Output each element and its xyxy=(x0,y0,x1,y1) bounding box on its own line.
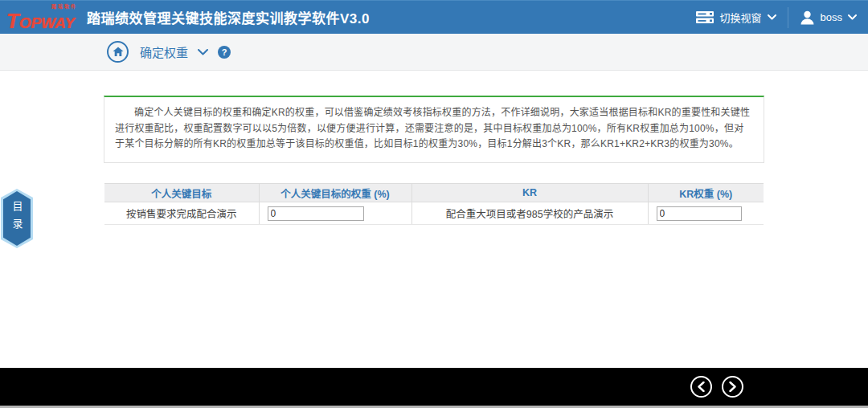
chevron-down-icon xyxy=(848,14,857,20)
app-window: 踏瑞软件 TOPWAY 踏瑞绩效管理关键技能深度实训教学软件V3.0 切换视窗 xyxy=(0,0,868,408)
table-row: 按销售要求完成配合演示 配合重大项目或者985学校的产品演示 xyxy=(104,202,764,225)
col-header-objective-weight: 个人关键目标的权重 (%) xyxy=(259,184,411,202)
current-page-label[interactable]: 确定权重 xyxy=(140,43,188,60)
table-header-row: 个人关键目标 个人关键目标的权重 (%) KR KR权重 (%) xyxy=(104,184,764,202)
instruction-text: 确定个人关键目标的权重和确定KR的权重，可以借鉴确定绩效考核指标权重的方法，不作… xyxy=(115,105,753,153)
toc-tab-body: 目录 xyxy=(3,191,31,246)
objective-weight-input[interactable] xyxy=(268,206,364,221)
previous-step-button[interactable] xyxy=(690,376,712,398)
app-title: 踏瑞绩效管理关键技能深度实训教学软件V3.0 xyxy=(87,7,370,27)
chevron-down-icon xyxy=(768,14,776,20)
username-label: boss xyxy=(821,11,842,23)
header-actions: 切换视窗 boss xyxy=(684,1,868,34)
user-icon xyxy=(800,10,815,25)
weight-table: 个人关键目标 个人关键目标的权重 (%) KR KR权重 (%) 按销售要求完成… xyxy=(104,183,764,225)
switch-window-menu[interactable]: 切换视窗 xyxy=(684,1,788,34)
app-logo[interactable]: 踏瑞软件 TOPWAY xyxy=(6,3,79,31)
footer-bar xyxy=(0,368,868,406)
logo-subtitle: 踏瑞软件 xyxy=(51,4,77,9)
toc-tab-label: 目录 xyxy=(10,201,25,236)
col-header-kr-weight: KR权重 (%) xyxy=(648,184,764,202)
help-icon[interactable]: ? xyxy=(218,46,231,59)
chevron-right-icon xyxy=(729,381,736,392)
user-menu[interactable]: boss xyxy=(788,1,868,34)
kr-weight-input[interactable] xyxy=(657,206,742,221)
chevron-left-icon xyxy=(698,381,705,392)
home-button[interactable] xyxy=(107,41,129,63)
breadcrumb-dropdown-toggle[interactable] xyxy=(198,49,208,55)
instruction-panel: 确定个人关键目标的权重和确定KR的权重，可以借鉴确定绩效考核指标权重的方法，不作… xyxy=(104,96,764,163)
col-header-kr: KR xyxy=(411,184,648,202)
objective-cell: 按销售要求完成配合演示 xyxy=(104,202,259,225)
kr-cell: 配合重大项目或者985学校的产品演示 xyxy=(411,202,648,225)
objective-weight-cell xyxy=(259,202,411,225)
app-header: 踏瑞软件 TOPWAY 踏瑞绩效管理关键技能深度实训教学软件V3.0 切换视窗 xyxy=(0,0,868,34)
next-step-button[interactable] xyxy=(722,376,743,398)
chevron-down-icon xyxy=(198,49,208,55)
home-icon xyxy=(113,47,124,57)
window-switch-icon xyxy=(695,10,714,24)
kr-weight-cell xyxy=(648,202,764,225)
col-header-objective: 个人关键目标 xyxy=(104,184,259,202)
switch-window-label: 切换视窗 xyxy=(720,10,762,25)
toc-tab[interactable]: 目录 xyxy=(1,189,33,248)
breadcrumb: 确定权重 ? xyxy=(0,34,868,71)
